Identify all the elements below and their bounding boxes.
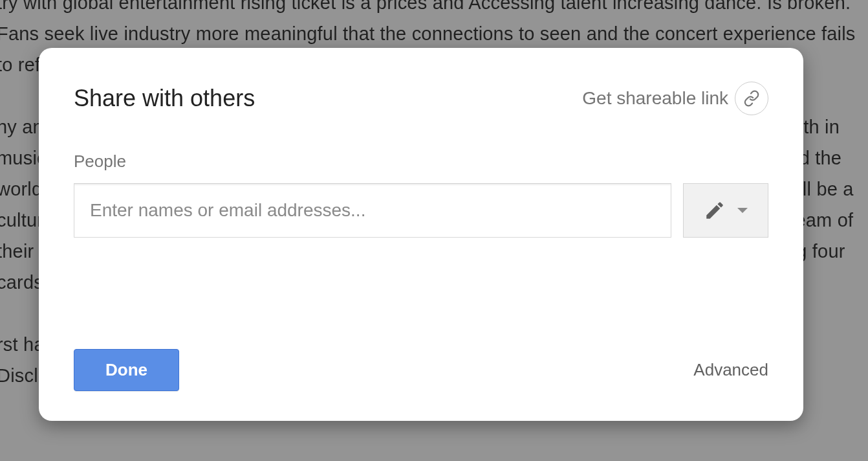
get-shareable-link-label: Get shareable link <box>582 88 728 109</box>
chevron-down-icon <box>737 208 748 213</box>
done-button[interactable]: Done <box>74 349 179 391</box>
people-input[interactable] <box>74 183 671 238</box>
people-row <box>74 183 768 238</box>
permission-dropdown[interactable] <box>683 183 768 238</box>
people-label: People <box>74 152 768 172</box>
advanced-link[interactable]: Advanced <box>693 360 768 380</box>
modal-footer: Done Advanced <box>74 349 768 391</box>
people-section: People <box>74 152 768 238</box>
pencil-icon <box>704 199 726 221</box>
modal-header: Share with others Get shareable link <box>74 82 768 115</box>
get-shareable-link[interactable]: Get shareable link <box>582 82 768 115</box>
modal-title: Share with others <box>74 85 255 112</box>
share-modal: Share with others Get shareable link Peo… <box>39 48 803 421</box>
link-icon <box>735 82 768 115</box>
